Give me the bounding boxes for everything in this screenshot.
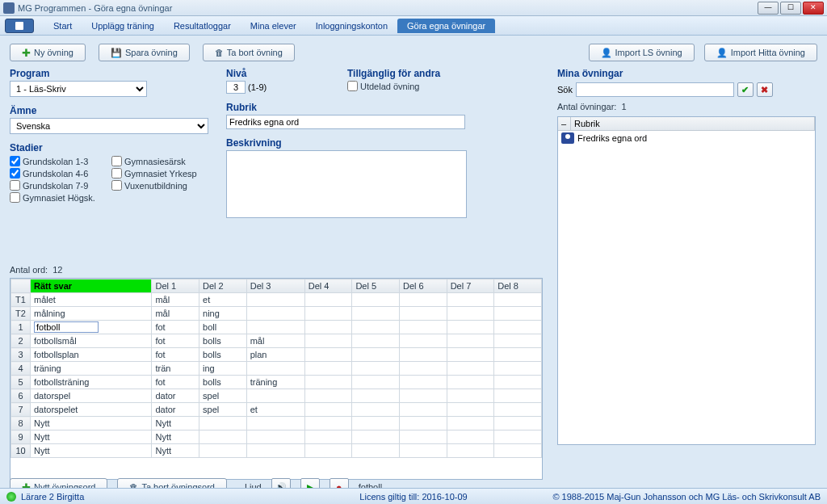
grid-cell[interactable] bbox=[352, 348, 400, 362]
grid-cell[interactable] bbox=[447, 403, 494, 417]
grid-cell[interactable] bbox=[447, 444, 494, 458]
grid-cell[interactable] bbox=[304, 389, 352, 403]
grid-cell[interactable]: bolls bbox=[199, 376, 247, 389]
grid-cell[interactable] bbox=[494, 293, 542, 307]
grid-cell[interactable] bbox=[352, 389, 400, 403]
grid-cell-input[interactable] bbox=[34, 321, 99, 333]
grid-cell[interactable] bbox=[352, 444, 400, 458]
grid-header[interactable] bbox=[11, 279, 31, 293]
grid-cell[interactable]: Nytt bbox=[31, 430, 152, 444]
grid-row-number[interactable]: 6 bbox=[11, 389, 31, 403]
grid-cell[interactable] bbox=[494, 334, 542, 348]
grid-cell[interactable] bbox=[494, 430, 542, 444]
grid-cell[interactable]: Nytt bbox=[31, 417, 152, 430]
grid-cell[interactable]: ing bbox=[199, 362, 247, 376]
grid-header[interactable]: Del 2 bbox=[199, 279, 247, 293]
grid-cell[interactable] bbox=[494, 376, 542, 389]
grid-row-number[interactable]: T1 bbox=[11, 293, 31, 307]
grid-cell[interactable] bbox=[447, 307, 494, 321]
search-clear-button[interactable] bbox=[757, 82, 773, 97]
grid-cell[interactable] bbox=[400, 444, 447, 458]
grid-cell[interactable] bbox=[400, 307, 447, 321]
grid-cell[interactable] bbox=[199, 430, 247, 444]
grid-cell[interactable] bbox=[400, 362, 447, 376]
close-button[interactable]: ✕ bbox=[803, 2, 824, 15]
tab-mina-elever[interactable]: Mina elever bbox=[241, 19, 306, 33]
grid-cell[interactable] bbox=[447, 293, 494, 307]
grid-row-number[interactable]: 8 bbox=[11, 417, 31, 430]
grid-cell[interactable] bbox=[400, 293, 447, 307]
grid-cell[interactable] bbox=[447, 417, 494, 430]
stadier-checkbox[interactable] bbox=[111, 180, 122, 191]
grid-cell[interactable] bbox=[447, 334, 494, 348]
grid-cell[interactable]: bolls bbox=[199, 334, 247, 348]
grid-cell[interactable] bbox=[400, 376, 447, 389]
grid-cell[interactable] bbox=[246, 307, 304, 321]
grid-cell[interactable]: Nytt bbox=[31, 444, 152, 458]
search-input[interactable] bbox=[576, 82, 734, 97]
grid-row-number[interactable]: 5 bbox=[11, 376, 31, 389]
amne-select[interactable]: Svenska bbox=[10, 118, 208, 134]
grid-cell[interactable]: träning bbox=[246, 376, 304, 389]
tab-göra-egna-övningar[interactable]: Göra egna övningar bbox=[397, 19, 495, 33]
grid-cell[interactable] bbox=[304, 376, 352, 389]
grid-row-number[interactable]: 9 bbox=[11, 430, 31, 444]
grid-cell[interactable] bbox=[304, 430, 352, 444]
tab-inloggningskonton[interactable]: Inloggningskonton bbox=[306, 19, 397, 33]
grid-cell[interactable]: et bbox=[199, 293, 247, 307]
grid-cell[interactable] bbox=[352, 417, 400, 430]
grid-header[interactable]: Rätt svar bbox=[31, 279, 152, 293]
tab-resultatloggar[interactable]: Resultatloggar bbox=[164, 19, 241, 33]
grid-cell[interactable]: mål bbox=[152, 293, 199, 307]
tab-upplägg-träning[interactable]: Upplägg träning bbox=[82, 19, 164, 33]
grid-cell[interactable] bbox=[352, 403, 400, 417]
grid-cell[interactable] bbox=[400, 430, 447, 444]
stadier-checkbox[interactable] bbox=[111, 168, 122, 178]
grid-cell[interactable]: fot bbox=[152, 334, 199, 348]
grid-cell[interactable]: fotbollsträning bbox=[31, 376, 152, 389]
import-ls-button[interactable]: Import LS övning bbox=[589, 44, 695, 61]
grid-cell[interactable] bbox=[400, 334, 447, 348]
grid-cell[interactable] bbox=[246, 362, 304, 376]
grid-cell[interactable] bbox=[246, 444, 304, 458]
grid-header[interactable]: Del 7 bbox=[447, 279, 494, 293]
grid-cell[interactable] bbox=[494, 362, 542, 376]
grid-cell[interactable]: datorspelet bbox=[31, 403, 152, 417]
grid-cell[interactable] bbox=[400, 403, 447, 417]
grid-cell[interactable]: målet bbox=[31, 293, 152, 307]
grid-cell[interactable]: fotbollsmål bbox=[31, 334, 152, 348]
grid-cell[interactable]: fot bbox=[152, 321, 199, 334]
grid-row-number[interactable]: 3 bbox=[11, 348, 31, 362]
grid-cell[interactable] bbox=[447, 321, 494, 334]
save-exercise-button[interactable]: Spara övning bbox=[99, 44, 190, 61]
grid-cell[interactable] bbox=[447, 362, 494, 376]
grid-header[interactable]: Del 8 bbox=[494, 279, 542, 293]
grid-cell[interactable] bbox=[352, 307, 400, 321]
stadier-checkbox[interactable] bbox=[111, 156, 122, 166]
grid-cell[interactable]: träning bbox=[31, 362, 152, 376]
grid-cell[interactable] bbox=[304, 348, 352, 362]
grid-cell[interactable] bbox=[494, 444, 542, 458]
grid-header[interactable]: Del 3 bbox=[246, 279, 304, 293]
grid-cell[interactable]: datorspel bbox=[31, 389, 152, 403]
stadier-checkbox[interactable] bbox=[10, 180, 20, 191]
grid-row-number[interactable]: 4 bbox=[11, 362, 31, 376]
grid-cell[interactable] bbox=[447, 430, 494, 444]
word-grid[interactable]: Rätt svarDel 1Del 2Del 3Del 4Del 5Del 6D… bbox=[10, 278, 543, 480]
grid-row-number[interactable]: 7 bbox=[11, 403, 31, 417]
grid-cell[interactable]: Nytt bbox=[152, 430, 199, 444]
grid-cell[interactable] bbox=[199, 444, 247, 458]
grid-cell[interactable] bbox=[304, 417, 352, 430]
grid-cell[interactable] bbox=[494, 389, 542, 403]
grid-cell[interactable] bbox=[246, 389, 304, 403]
grid-row-number[interactable]: 2 bbox=[11, 334, 31, 348]
grid-cell[interactable]: fotbollsplan bbox=[31, 348, 152, 362]
grid-cell[interactable] bbox=[447, 389, 494, 403]
grid-cell[interactable]: fot bbox=[152, 376, 199, 389]
program-select[interactable]: 1 - Läs-Skriv bbox=[10, 81, 147, 97]
grid-cell[interactable] bbox=[246, 321, 304, 334]
grid-cell[interactable]: Nytt bbox=[152, 417, 199, 430]
beskriv-textarea[interactable] bbox=[226, 150, 467, 218]
grid-cell[interactable]: målning bbox=[31, 307, 152, 321]
grid-cell[interactable] bbox=[494, 417, 542, 430]
